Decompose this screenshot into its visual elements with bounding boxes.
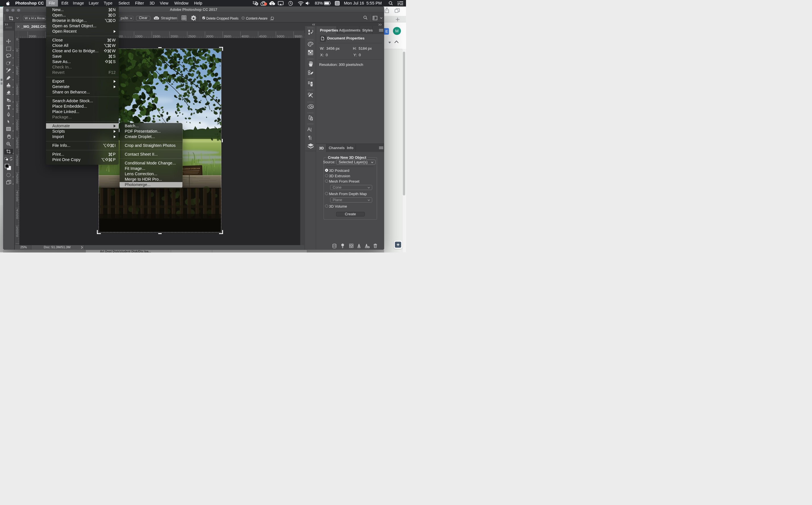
svg-text:0: 0 (16, 198, 18, 202)
svg-text:4500: 4500 (259, 34, 267, 38)
svg-text:0: 0 (16, 216, 18, 219)
svg-text:3500: 3500 (223, 34, 231, 38)
svg-text:1000: 1000 (135, 34, 142, 38)
svg-text:0: 0 (16, 128, 18, 131)
svg-text:0: 0 (16, 234, 18, 237)
svg-text:2000: 2000 (170, 34, 178, 38)
svg-text:0: 0 (16, 145, 18, 149)
svg-text:2500: 2500 (188, 34, 196, 38)
svg-text:2000: 2000 (29, 34, 36, 38)
svg-text:0: 0 (16, 38, 18, 41)
svg-text:0: 0 (16, 72, 18, 75)
svg-text:0: 0 (16, 49, 18, 52)
svg-text:1500: 1500 (153, 34, 160, 38)
svg-text:5000: 5000 (277, 34, 284, 38)
svg-text:0: 0 (16, 163, 18, 166)
svg-text:0: 0 (16, 92, 18, 96)
svg-text:4000: 4000 (241, 34, 249, 38)
svg-text:5500: 5500 (295, 34, 302, 38)
svg-text:3000: 3000 (206, 34, 213, 38)
svg-text:0: 0 (16, 110, 18, 113)
svg-text:0: 0 (16, 181, 18, 184)
